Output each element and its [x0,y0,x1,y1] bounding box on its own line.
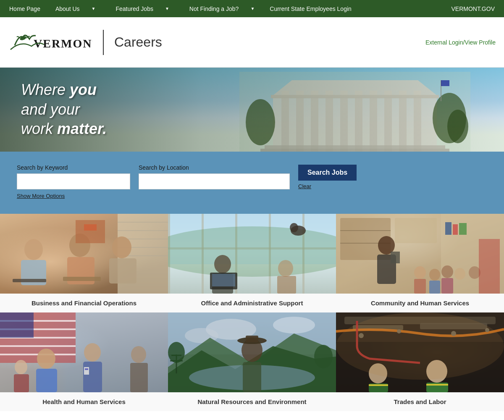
svg-point-72 [441,265,453,278]
svg-point-100 [273,317,315,333]
hero-line-1: Where you [21,80,107,100]
svg-point-54 [290,223,298,232]
nav-current-employees[interactable]: Current State Employees Login [265,0,357,17]
svg-rect-36 [13,279,46,282]
svg-point-87 [37,349,55,369]
external-login-link[interactable]: External Login/View Profile [425,39,496,46]
location-input[interactable] [139,173,290,189]
svg-point-71 [429,269,440,281]
categories-grid: Business and Financial Operations [0,214,504,411]
category-img-svg-2 [168,214,336,294]
keyword-field: Search by Keyword [17,164,130,189]
category-label-natural: Natural Resources and Environment [168,392,336,411]
svg-rect-86 [0,312,34,338]
svg-rect-39 [84,224,97,231]
svg-rect-65 [453,224,458,235]
svg-rect-56 [277,276,296,294]
show-more-options-link[interactable]: Show More Options [17,193,65,199]
nav-about[interactable]: About Us ▼ [45,0,106,17]
svg-point-74 [469,266,480,279]
vermont-logo[interactable]: VERMONT [8,29,92,56]
location-field: Search by Location [139,164,290,189]
svg-point-93 [131,346,146,363]
not-finding-dropdown-arrow: ▼ [245,0,260,17]
featured-jobs-dropdown-arrow: ▼ [160,0,174,17]
category-image-community [336,214,504,294]
search-section: Search by Keyword Search by Location Sea… [0,152,504,214]
keyword-label: Search by Keyword [17,164,130,171]
svg-rect-35 [109,258,136,284]
svg-point-126 [336,312,504,380]
hero-banner: Where you and your work matter. [0,68,504,152]
svg-rect-90 [83,362,102,392]
category-img-svg-6 [336,312,504,392]
logo-divider [103,30,104,55]
careers-title: Careers [114,34,162,50]
category-img-svg-3 [336,214,504,294]
location-label: Search by Location [139,164,290,171]
svg-rect-77 [441,278,453,294]
category-label-business: Business and Financial Operations [0,294,168,312]
nav-vt-gov[interactable]: VERMONT.GOV [446,0,500,17]
about-dropdown-arrow: ▼ [87,0,101,17]
category-item-business[interactable]: Business and Financial Operations [0,214,168,312]
search-jobs-button[interactable]: Search Jobs [298,165,357,181]
category-image-business [0,214,168,294]
nav-home[interactable]: Home Page [4,0,45,17]
svg-rect-92 [14,374,29,392]
category-img-svg-1 [0,214,168,294]
svg-rect-107 [246,336,258,342]
svg-rect-108 [243,362,261,392]
top-nav: Home Page About Us ▼ Featured Jobs ▼ Not… [0,0,504,17]
svg-point-109 [168,342,185,363]
site-header: VERMONT Careers External Login/View Prof… [0,17,504,68]
hero-line-3: work matter. [21,119,107,139]
category-label-trades: Trades and Labor [336,392,504,411]
svg-rect-60 [395,218,437,243]
svg-rect-37 [63,277,101,281]
category-img-svg-5 [168,312,336,392]
category-label-community: Community and Human Services [336,294,504,312]
hero-line-2: and your [21,100,107,120]
category-image-trades [336,312,504,392]
category-label-office: Office and Administrative Support [168,294,336,312]
svg-rect-94 [130,363,148,392]
svg-point-49 [214,255,231,273]
svg-rect-69 [391,252,400,263]
svg-rect-78 [479,239,500,294]
svg-rect-75 [414,279,426,294]
svg-rect-66 [459,223,467,235]
svg-rect-96 [85,368,88,370]
category-item-health[interactable]: Health and Human Services [0,312,168,411]
svg-point-34 [112,236,131,258]
hero-text: Where you and your work matter. [0,68,128,152]
svg-point-48 [168,226,336,277]
nav-featured-jobs[interactable]: Featured Jobs ▼ [105,0,179,17]
search-actions: Search Jobs Clear [298,165,357,189]
category-item-office[interactable]: Office and Administrative Support [168,214,336,312]
search-bottom-row: Show More Options [17,189,487,199]
clear-link[interactable]: Clear [298,183,311,189]
svg-rect-76 [429,281,440,294]
svg-point-73 [454,268,465,280]
category-item-natural[interactable]: Natural Resources and Environment [168,312,336,411]
nav-not-finding[interactable]: Not Finding a Job? ▼ [179,0,265,17]
svg-rect-64 [445,222,452,235]
svg-rect-38 [76,220,105,243]
category-item-community[interactable]: Community and Human Services [336,214,504,312]
category-item-trades[interactable]: Trades and Labor [336,312,504,411]
svg-point-55 [278,260,293,277]
svg-rect-88 [36,369,57,392]
svg-rect-52 [212,274,235,286]
svg-point-70 [414,266,426,279]
svg-rect-95 [84,367,89,375]
category-image-office [168,214,336,294]
category-image-health [0,312,168,392]
svg-point-30 [24,239,43,260]
svg-point-110 [314,345,333,368]
category-label-health: Health and Human Services [0,392,168,411]
vermont-logo-svg: VERMONT [8,29,92,56]
svg-point-91 [15,360,27,374]
category-image-natural [168,312,336,392]
keyword-input[interactable] [17,173,130,189]
